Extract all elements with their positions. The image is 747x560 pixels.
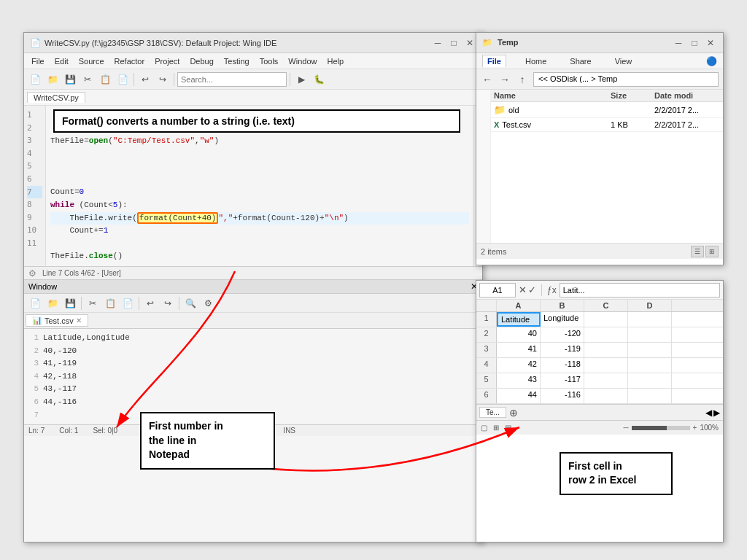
cell-c3[interactable] <box>584 343 628 357</box>
scroll-right[interactable]: ▶ <box>713 408 720 418</box>
explorer-row-testcsv[interactable]: X Test.csv 1 KB 2/2/2017 2... <box>491 118 723 132</box>
cell-a5[interactable]: 43 <box>497 373 541 388</box>
cell-a4[interactable]: 42 <box>497 358 541 373</box>
explorer-title-buttons: ─ □ ✕ <box>672 37 717 49</box>
cell-c5[interactable] <box>584 373 628 388</box>
excel-confirm-btn[interactable]: ✓ <box>528 284 536 295</box>
toolbar-btn2[interactable]: 📋 <box>97 71 113 88</box>
cell-b6[interactable]: -116 <box>541 389 584 403</box>
toolbar-new[interactable]: 📄 <box>27 71 43 88</box>
toolbar-open[interactable]: 📁 <box>44 71 61 88</box>
cell-b2[interactable]: -120 <box>541 327 584 342</box>
wing-maximize-button[interactable]: □ <box>447 37 460 49</box>
notepad-save[interactable]: 💾 <box>62 295 78 311</box>
cell-d6[interactable] <box>628 389 672 403</box>
notepad-undo[interactable]: ↩ <box>142 295 158 311</box>
excel-zoom-slider[interactable] <box>632 426 690 430</box>
explorer-sidebar <box>476 90 491 243</box>
menu-window[interactable]: Window <box>284 55 321 67</box>
notepad-open[interactable]: 📁 <box>44 295 61 311</box>
line-num-9: 9 <box>27 211 42 225</box>
menu-edit[interactable]: Edit <box>50 55 73 67</box>
cell-a6[interactable]: 44 <box>497 389 541 403</box>
cell-d1[interactable] <box>628 312 672 327</box>
menu-refactor[interactable]: Refactor <box>110 55 150 67</box>
cell-d3[interactable] <box>628 343 672 357</box>
excel-cell-ref-input[interactable] <box>479 283 516 298</box>
menu-help[interactable]: Help <box>322 55 348 67</box>
notepad-new[interactable]: 📄 <box>27 295 43 311</box>
address-bar[interactable]: << OSDisk (... > Temp <box>533 72 719 87</box>
excel-zoom-fill <box>632 426 667 430</box>
cell-a2[interactable]: 40 <box>497 327 541 342</box>
notepad-btn1[interactable]: 🔍 <box>182 295 198 311</box>
wing-file-tab[interactable]: WriteCSV.py <box>27 92 85 103</box>
cell-d5[interactable] <box>628 373 672 388</box>
excel-sheet-tab[interactable]: Te... <box>479 407 506 418</box>
cell-c1[interactable] <box>584 312 628 327</box>
explorer-addressbar: ← → ↑ << OSDisk (... > Temp <box>476 69 723 90</box>
explorer-close-button[interactable]: ✕ <box>704 37 717 49</box>
notepad-line-5: 5 43,-117 <box>27 383 479 396</box>
view-btn-detail[interactable]: ⊞ <box>705 246 719 257</box>
ribbon-tab-view[interactable]: View <box>611 55 637 67</box>
toolbar-debug[interactable]: 🐛 <box>311 71 327 88</box>
excel-view-page[interactable]: ⊞ <box>493 424 499 432</box>
excel-cancel-btn[interactable]: ✕ <box>519 284 527 295</box>
ribbon-tab-file[interactable]: File <box>482 55 506 67</box>
cell-a3[interactable]: 41 <box>497 343 541 357</box>
explorer-minimize-button[interactable]: ─ <box>672 37 685 49</box>
cell-d2[interactable] <box>628 327 672 342</box>
back-button[interactable]: ← <box>481 74 494 85</box>
toolbar-btn3[interactable]: 📄 <box>115 71 131 88</box>
notepad-btn2[interactable]: ⚙ <box>200 295 216 311</box>
cell-b3[interactable]: -119 <box>541 343 584 357</box>
cell-c4[interactable] <box>584 358 628 373</box>
menu-project[interactable]: Project <box>150 55 184 67</box>
notepad-copy[interactable]: 📋 <box>102 295 118 311</box>
cell-b1[interactable]: Longitude <box>541 312 584 327</box>
excel-add-sheet[interactable]: ⊕ <box>509 407 518 419</box>
toolbar-run[interactable]: ▶ <box>293 71 309 88</box>
menu-testing[interactable]: Testing <box>220 55 254 67</box>
menu-debug[interactable]: Debug <box>185 55 217 67</box>
menu-tools[interactable]: Tools <box>255 55 283 67</box>
toolbar-redo[interactable]: ↪ <box>155 71 171 88</box>
cell-c2[interactable] <box>584 327 628 342</box>
excel-view-preview[interactable]: ▤ <box>505 424 511 432</box>
toolbar-btn1[interactable]: ✂ <box>80 71 96 88</box>
forward-button[interactable]: → <box>498 74 511 85</box>
wing-minimize-button[interactable]: ─ <box>431 37 444 49</box>
notepad-csv-tab[interactable]: 📊 Test.csv ✕ <box>26 314 88 327</box>
scroll-left[interactable]: ◀ <box>705 408 712 418</box>
excel-formula-input[interactable] <box>560 283 720 298</box>
ribbon-tab-home[interactable]: Home <box>521 55 551 67</box>
cell-d4[interactable] <box>628 358 672 373</box>
cell-a1[interactable]: Latitude <box>497 312 541 327</box>
explorer-item-count: 2 items <box>481 247 506 256</box>
panel-title: Window <box>28 282 57 291</box>
notepad-csv-close[interactable]: ✕ <box>76 316 82 324</box>
notepad-paste[interactable]: 📄 <box>120 295 136 311</box>
toolbar-undo[interactable]: ↩ <box>137 71 153 88</box>
cell-b4[interactable]: -118 <box>541 358 584 373</box>
wing-close-button[interactable]: ✕ <box>463 37 476 49</box>
view-btn-list[interactable]: ☰ <box>691 246 704 257</box>
menu-source[interactable]: Source <box>74 55 109 67</box>
explorer-row-old[interactable]: 📁 old 2/2/2017 2... <box>491 102 723 118</box>
menu-file[interactable]: File <box>27 55 49 67</box>
toolbar-save[interactable]: 💾 <box>62 71 78 88</box>
notepad-cut[interactable]: ✂ <box>85 295 101 311</box>
cell-b5[interactable]: -117 <box>541 373 584 388</box>
excel-zoom-out[interactable]: ─ <box>623 424 628 432</box>
ribbon-help[interactable]: 🔵 <box>706 56 717 66</box>
excel-zoom-in[interactable]: + <box>693 424 697 432</box>
explorer-maximize-button[interactable]: □ <box>688 37 701 49</box>
toolbar-search-input[interactable] <box>177 72 287 87</box>
cell-c6[interactable] <box>584 389 628 403</box>
up-button[interactable]: ↑ <box>516 74 529 85</box>
notepad-redo[interactable]: ↪ <box>160 295 176 311</box>
notepad-content[interactable]: 1 Latitude,Longitude 2 40,-120 3 41,-119… <box>24 329 482 424</box>
excel-view-normal[interactable]: ▢ <box>481 424 487 432</box>
ribbon-tab-share[interactable]: Share <box>565 55 595 67</box>
